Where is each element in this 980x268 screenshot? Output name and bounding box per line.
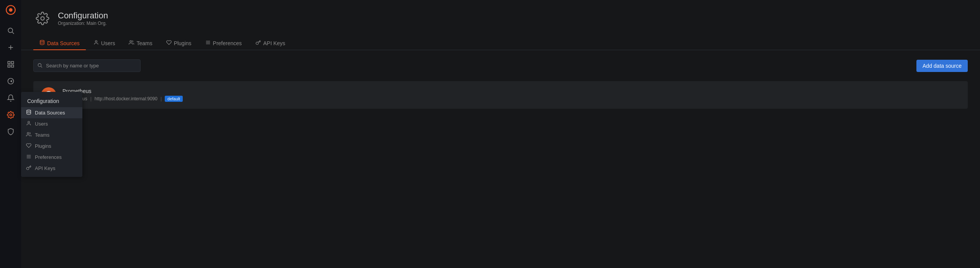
svg-rect-9: [11, 65, 13, 67]
prometheus-url: http://host.docker.internal:9090: [95, 96, 157, 101]
flyout-apikeys-label: API Keys: [35, 165, 55, 171]
tab-datasources[interactable]: Data Sources: [33, 37, 86, 50]
apikeys-flyout-icon: [26, 165, 32, 172]
svg-point-12: [10, 114, 11, 116]
sidebar-icon-dashboards[interactable]: [3, 57, 18, 72]
flyout-item-teams[interactable]: Teams: [21, 129, 82, 141]
tab-preferences[interactable]: Preferences: [199, 37, 248, 50]
configuration-header-icon: [33, 9, 52, 28]
separator-1: |: [90, 96, 92, 101]
flyout-teams-label: Teams: [35, 132, 49, 138]
sidebar-icon-configuration[interactable]: [3, 107, 18, 123]
flyout-menu: Configuration Data Sources Users: [21, 92, 82, 177]
tab-teams-icon: [129, 40, 134, 46]
flyout-item-apikeys[interactable]: API Keys: [21, 163, 82, 174]
search-input-wrapper: [33, 59, 141, 72]
sidebar-icon-create[interactable]: [3, 40, 18, 55]
page-header: Configuration Organization: Main Org.: [21, 0, 980, 28]
tab-teams[interactable]: Teams: [123, 37, 158, 50]
users-flyout-icon: [26, 121, 32, 127]
flyout-item-plugins[interactable]: Plugins: [21, 141, 82, 152]
main-content: Configuration Organization: Main Org. Da…: [21, 0, 980, 268]
sidebar-icon-shield[interactable]: [3, 124, 18, 139]
flyout-title: Configuration: [21, 95, 82, 107]
svg-point-19: [41, 17, 44, 20]
flyout-item-users[interactable]: Users: [21, 118, 82, 129]
page-header-text: Configuration Organization: Main Org.: [58, 11, 108, 26]
flyout-datasources-label: Data Sources: [35, 110, 65, 116]
tabs-bar: Data Sources Users Teams: [21, 31, 980, 50]
svg-line-27: [41, 66, 42, 67]
separator-2: |: [161, 96, 162, 101]
tab-datasources-icon: [39, 40, 45, 46]
content-area: Add data source Prometheus Prometheus | …: [21, 50, 980, 118]
tab-preferences-label: Preferences: [213, 40, 242, 46]
tab-teams-label: Teams: [136, 40, 152, 46]
flyout-users-label: Users: [35, 121, 48, 127]
tab-users-label: Users: [101, 40, 115, 46]
datasources-flyout-icon: [26, 109, 32, 116]
tab-preferences-icon: [205, 40, 211, 46]
tab-apikeys[interactable]: API Keys: [249, 37, 292, 50]
svg-point-14: [28, 121, 30, 123]
search-actions-bar: Add data source: [33, 59, 968, 72]
svg-rect-6: [8, 62, 10, 64]
page-subtitle: Organization: Main Org.: [58, 21, 108, 26]
svg-point-2: [8, 28, 13, 33]
sidebar-icon-alerting[interactable]: [3, 90, 18, 106]
tab-plugins-icon: [166, 40, 172, 46]
teams-flyout-icon: [26, 132, 32, 138]
sidebar-logo[interactable]: [4, 3, 18, 17]
sidebar-icon-search[interactable]: [3, 23, 18, 38]
svg-point-15: [27, 132, 29, 134]
sidebar-icon-explore[interactable]: [3, 74, 18, 89]
sidebar: Configuration Data Sources Users: [0, 0, 21, 268]
tab-plugins[interactable]: Plugins: [160, 37, 198, 50]
search-input[interactable]: [33, 59, 141, 72]
tab-apikeys-label: API Keys: [263, 40, 285, 46]
plugins-flyout-icon: [26, 143, 32, 149]
datasource-list: Prometheus Prometheus | http://host.dock…: [33, 81, 968, 109]
tab-users[interactable]: Users: [87, 37, 121, 50]
svg-rect-8: [8, 65, 10, 67]
flyout-item-datasources[interactable]: Data Sources: [21, 107, 82, 118]
flyout-item-preferences[interactable]: Preferences: [21, 152, 82, 163]
svg-point-21: [95, 41, 97, 42]
svg-point-26: [38, 63, 41, 66]
svg-point-13: [27, 110, 31, 111]
tab-datasources-label: Data Sources: [47, 40, 80, 46]
svg-point-22: [130, 41, 132, 42]
svg-marker-11: [10, 80, 12, 83]
datasource-row[interactable]: Prometheus Prometheus | http://host.dock…: [33, 81, 968, 109]
svg-point-1: [9, 8, 12, 11]
flyout-plugins-label: Plugins: [35, 143, 51, 149]
tab-apikeys-icon: [256, 40, 261, 46]
svg-rect-7: [11, 62, 13, 64]
svg-line-3: [12, 32, 14, 34]
tab-plugins-label: Plugins: [174, 40, 192, 46]
preferences-flyout-icon: [26, 154, 32, 160]
flyout-preferences-label: Preferences: [35, 154, 62, 160]
default-badge: default: [165, 96, 183, 102]
page-title: Configuration: [58, 11, 108, 21]
svg-point-20: [40, 40, 44, 42]
add-datasource-button[interactable]: Add data source: [916, 60, 968, 72]
tab-users-icon: [93, 40, 99, 46]
search-icon: [37, 62, 43, 69]
